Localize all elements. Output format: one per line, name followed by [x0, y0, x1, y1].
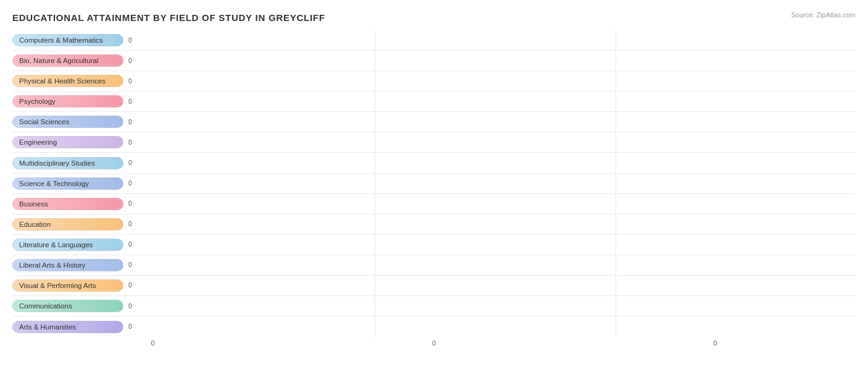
bar-label-bio: Bio, Nature & Agricultural	[12, 54, 123, 67]
bar-value-engineering: 0	[125, 138, 135, 146]
bar-label-communications: Communications	[12, 300, 123, 312]
x-label-3: 0	[713, 339, 717, 352]
bar-row: Literature & Languages0	[12, 235, 856, 255]
bar-row: Bio, Nature & Agricultural0	[12, 51, 856, 71]
bar-label-education: Education	[12, 218, 123, 231]
bar-value-psychology: 0	[125, 98, 135, 106]
bar-label-multi: Multidisciplinary Studies	[12, 157, 123, 169]
chart-container: EDUCATIONAL ATTAINMENT BY FIELD OF STUDY…	[0, 0, 868, 390]
rows-wrapper: Computers & Mathematics0Bio, Nature & Ag…	[12, 30, 856, 337]
bar-label-psychology: Psychology	[12, 95, 123, 108]
bar-value-liberal: 0	[125, 261, 135, 269]
bar-value-arts: 0	[125, 323, 135, 331]
bar-value-literature: 0	[125, 240, 135, 248]
bar-row: Science & Technology0	[12, 174, 856, 194]
bar-label-science: Science & Technology	[12, 177, 123, 190]
bar-label-visual: Visual & Performing Arts	[12, 279, 123, 292]
bar-value-social: 0	[125, 118, 135, 126]
chart-area: Computers & Mathematics0Bio, Nature & Ag…	[12, 30, 856, 352]
bar-label-social: Social Sciences	[12, 116, 123, 128]
bar-row: Physical & Health Sciences0	[12, 71, 856, 91]
bar-value-communications: 0	[125, 302, 135, 310]
bar-value-science: 0	[125, 179, 135, 187]
bar-row: Education0	[12, 214, 856, 235]
bar-row: Engineering0	[12, 132, 856, 153]
bar-row: Multidisciplinary Studies0	[12, 153, 856, 173]
bar-value-physical: 0	[125, 77, 135, 85]
bar-label-business: Business	[12, 198, 123, 210]
bar-label-arts: Arts & Humanities	[12, 321, 123, 333]
bar-row: Computers & Mathematics0	[12, 30, 856, 51]
bar-label-physical: Physical & Health Sciences	[12, 75, 123, 87]
bar-label-computers: Computers & Mathematics	[12, 34, 123, 46]
bar-value-business: 0	[125, 200, 135, 208]
bar-value-computers: 0	[125, 36, 135, 45]
x-axis: 0 0 0	[12, 337, 856, 352]
x-label-1: 0	[151, 339, 155, 352]
bar-row: Visual & Performing Arts0	[12, 276, 856, 296]
bar-value-education: 0	[125, 220, 135, 228]
x-label-2: 0	[432, 339, 436, 352]
bar-row: Liberal Arts & History0	[12, 255, 856, 276]
bar-label-liberal: Liberal Arts & History	[12, 259, 123, 271]
bar-row: Psychology0	[12, 91, 856, 112]
bar-value-multi: 0	[125, 159, 135, 167]
bar-row: Arts & Humanities0	[12, 316, 856, 337]
chart-title: EDUCATIONAL ATTAINMENT BY FIELD OF STUDY…	[12, 12, 856, 23]
bar-value-visual: 0	[125, 281, 135, 289]
bar-row: Social Sciences0	[12, 112, 856, 132]
bar-row: Business0	[12, 194, 856, 214]
bar-value-bio: 0	[125, 57, 135, 65]
source-label: Source: ZipAtlas.com	[791, 11, 856, 19]
bar-label-literature: Literature & Languages	[12, 239, 123, 251]
bar-row: Communications0	[12, 296, 856, 316]
bar-label-engineering: Engineering	[12, 136, 123, 148]
